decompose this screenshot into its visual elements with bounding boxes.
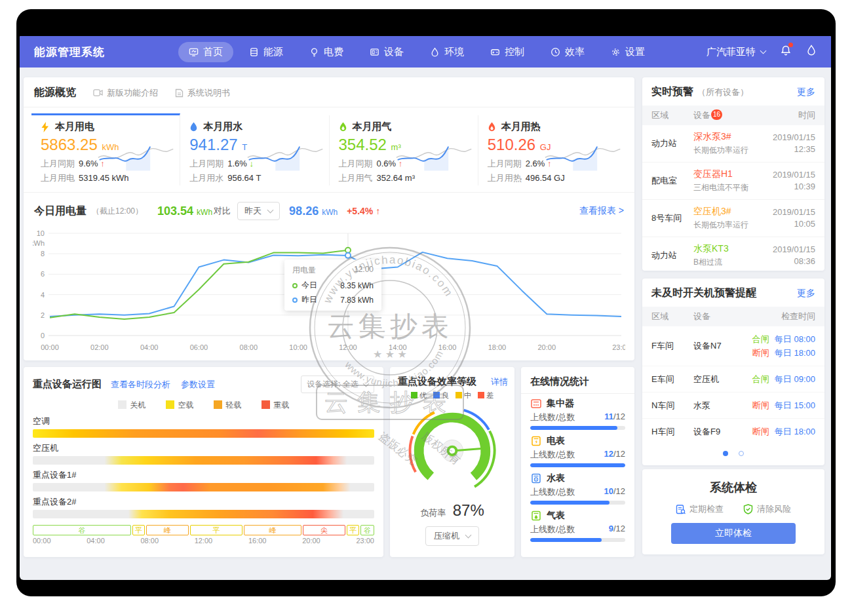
device-name: 重点设备1# bbox=[33, 469, 374, 481]
nav-item-settings[interactable]: 设置 bbox=[600, 42, 655, 62]
nav-item-home[interactable]: 首页 bbox=[178, 42, 233, 62]
feature-label: 清除风险 bbox=[757, 503, 791, 515]
today-value: 103.54 bbox=[157, 204, 193, 218]
online-meter bbox=[530, 501, 625, 505]
switch-more-link[interactable]: 更多 bbox=[797, 288, 815, 299]
clipboard-check-icon bbox=[676, 504, 686, 514]
nav-label: 电费 bbox=[324, 46, 343, 58]
pagination-dot[interactable] bbox=[739, 451, 744, 456]
nav-item-energy[interactable]: 能源 bbox=[239, 42, 294, 62]
health-check-button[interactable]: 立即体检 bbox=[671, 523, 796, 544]
switch-row: H车间 设备F9 断闸每日 18:00 bbox=[642, 419, 824, 444]
switch-area: F车间 bbox=[651, 340, 693, 352]
home-monitor-icon bbox=[189, 47, 199, 57]
water-meter-icon bbox=[530, 472, 542, 484]
legend-label: 轻载 bbox=[226, 400, 242, 410]
pagination-dot-active[interactable] bbox=[723, 451, 728, 456]
card-water[interactable]: 本月用水 941.27 T 上月同期1.6% ↓ 上月用水956.64 T bbox=[180, 115, 329, 185]
environment-drop-icon bbox=[430, 47, 440, 57]
bolt-icon bbox=[41, 122, 50, 132]
legend-swatch-poor bbox=[478, 392, 484, 398]
card-value: 5863.25 bbox=[41, 136, 98, 153]
alert-time: 12:35 bbox=[773, 144, 815, 155]
water-drop-button[interactable] bbox=[806, 45, 817, 59]
chevron-down-icon bbox=[363, 380, 370, 387]
chart-tooltip: 用电量12:00 今日8.35 kWh 昨日7.83 kWh bbox=[284, 260, 381, 311]
tariff-band-axis: 00:0004:0008:0012:0016:0020:0023:00 bbox=[33, 537, 374, 545]
compare-day-select[interactable]: 昨天 bbox=[237, 202, 280, 220]
card-heat[interactable]: 本月用热 510.26 GJ 上月同期2.6% ↑ 上月用热496.54 GJ bbox=[478, 115, 627, 185]
svg-text:23:00: 23:00 bbox=[612, 343, 625, 351]
view-report-link[interactable]: 查看报表 > bbox=[579, 205, 624, 217]
alert-row: 动力站 水泵KT3B相过流 2019/01/1508:36 bbox=[642, 237, 824, 271]
device-select[interactable]: 设备选择: 全选 bbox=[301, 375, 374, 393]
device-load-bar bbox=[33, 429, 374, 438]
total-count: 12 bbox=[616, 524, 625, 533]
delta-value: +5.4% bbox=[347, 206, 373, 216]
period-analysis-link[interactable]: 查看各时段分析 bbox=[111, 379, 170, 391]
series-dot-yesterday bbox=[292, 298, 298, 303]
alert-desc: 三相电流不平衡 bbox=[693, 182, 765, 193]
card-value: 510.26 bbox=[488, 136, 535, 153]
legend-label: 中 bbox=[464, 391, 471, 399]
today-chart-title: 今日用电量 bbox=[34, 204, 87, 218]
card-gas[interactable]: 本月用气 354.52 m³ 上月同期0.6% ↑ 上月用气352.64 m³ bbox=[330, 115, 478, 185]
video-icon bbox=[93, 88, 103, 97]
param-settings-link[interactable]: 参数设置 bbox=[181, 379, 215, 391]
nav-label: 能源 bbox=[263, 46, 283, 58]
svg-text:04:00: 04:00 bbox=[140, 343, 159, 351]
tooltip-time: 12:00 bbox=[354, 265, 374, 276]
load-legend: 关机 空载 轻载 重载 bbox=[24, 400, 383, 411]
alert-date: 2019/01/15 bbox=[773, 132, 815, 144]
gauge-device-select[interactable]: 压缩机 bbox=[425, 526, 479, 546]
alerts-more-link[interactable]: 更多 bbox=[797, 87, 815, 98]
card-electricity[interactable]: 本月用电 5863.25 kWh 上月同期9.6% ↑ 上月用电5319.45 … bbox=[31, 113, 180, 185]
svg-text:06:00: 06:00 bbox=[190, 343, 208, 351]
nav-item-electricity-fee[interactable]: 电费 bbox=[299, 42, 354, 62]
action-close: 合闸 bbox=[752, 334, 769, 344]
alert-row: 8号车间 空压机3#长期低功率运行 2019/01/1510:05 bbox=[642, 200, 824, 237]
switch-row: F车间 设备N7 合闸每日 08:00 断闸每日 18:00 bbox=[642, 326, 824, 366]
device-name: 重点设备2# bbox=[33, 496, 374, 508]
compare-label: 上月同期 bbox=[339, 159, 373, 168]
water-drop-icon bbox=[806, 45, 817, 56]
electric-meter-icon bbox=[530, 435, 542, 447]
switch-row: E车间 空压机 合闸每日 09:00 bbox=[642, 366, 824, 393]
nav-item-devices[interactable]: 设备 bbox=[359, 42, 414, 62]
key-devices-panel: 重点设备运行图 查看各时段分析 参数设置 设备选择: 全选 关机 bbox=[24, 367, 383, 557]
svg-text:8: 8 bbox=[41, 250, 45, 258]
tab-new-features[interactable]: 新版功能介绍 bbox=[93, 87, 158, 99]
select-value: 压缩机 bbox=[434, 530, 459, 542]
online-name: 气表 bbox=[547, 510, 565, 522]
notification-bell[interactable] bbox=[780, 45, 792, 59]
ratio-label: 上线数/总数 bbox=[530, 524, 575, 535]
flame-icon bbox=[339, 122, 347, 132]
online-meter bbox=[530, 538, 625, 542]
alert-time: 10:05 bbox=[773, 218, 815, 230]
nav-item-efficiency[interactable]: 效率 bbox=[540, 42, 595, 62]
yesterday-unit: kWh bbox=[322, 208, 338, 217]
action-time: 每日 08:00 bbox=[775, 334, 815, 344]
switch-device: 水泵 bbox=[693, 400, 748, 412]
company-dropdown[interactable]: 广汽菲亚特 bbox=[707, 46, 765, 58]
series-dot-today bbox=[292, 283, 298, 288]
water-drop-icon bbox=[189, 122, 198, 132]
alert-row: 配电室 变压器H1三相电流不平衡 2019/01/1510:39 bbox=[642, 163, 824, 200]
shield-check-icon bbox=[743, 504, 753, 514]
svg-text:20:00: 20:00 bbox=[537, 343, 556, 351]
alert-date: 2019/01/15 bbox=[773, 244, 815, 256]
compare-value: 9.6% bbox=[79, 159, 98, 168]
tariff-band: 平 bbox=[190, 525, 242, 535]
nav-item-control[interactable]: 控制 bbox=[480, 42, 535, 62]
online-item-electric-meter: 电表 上线数/总数12/12 bbox=[521, 431, 634, 469]
sparkline bbox=[544, 138, 623, 174]
nav-item-environment[interactable]: 环境 bbox=[419, 42, 474, 62]
col-device: 设备 bbox=[693, 109, 710, 121]
compare-value: 1.6% bbox=[227, 159, 247, 168]
today-chart: 1086420kWh00:0002:0004:0006:0008:0010:00… bbox=[24, 223, 634, 360]
tab-label: 新版功能介绍 bbox=[107, 87, 158, 99]
efficiency-detail-link[interactable]: 详情 bbox=[491, 376, 508, 388]
health-title: 系统体检 bbox=[642, 480, 824, 495]
tab-system-manual[interactable]: 系统说明书 bbox=[175, 87, 230, 99]
prev-label: 上月用气 bbox=[339, 173, 373, 183]
